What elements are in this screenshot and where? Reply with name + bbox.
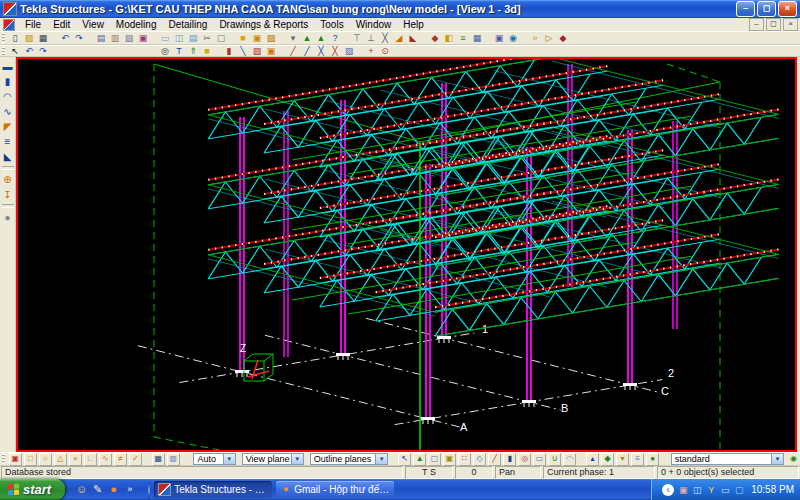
menu-tools[interactable]: Tools: [314, 18, 349, 31]
snap-any-icon[interactable]: ✓: [129, 453, 142, 466]
cut-icon[interactable]: ✂: [201, 32, 214, 44]
measure-icon[interactable]: ◢: [393, 32, 406, 44]
construction-plane-icon[interactable]: ▨: [251, 45, 264, 57]
organizer-icon[interactable]: ◆: [557, 32, 570, 44]
select-welds-icon[interactable]: ◎: [518, 453, 531, 466]
ruler-icon[interactable]: ▮: [223, 45, 236, 57]
material-icon[interactable]: ■: [201, 45, 214, 57]
select-comp-all-icon[interactable]: ≡: [631, 453, 644, 466]
select-comp-single-icon[interactable]: ●: [646, 453, 659, 466]
create-curved-beam-icon[interactable]: ◠: [1, 90, 14, 103]
snap-geometry-icon[interactable]: □: [24, 453, 37, 466]
grid-icon[interactable]: ▦: [471, 32, 484, 44]
context-help-icon[interactable]: ?: [329, 32, 342, 44]
component-catalog-icon[interactable]: ▣: [251, 32, 264, 44]
toolbar-grip[interactable]: [2, 47, 5, 55]
component-icon[interactable]: ■: [237, 32, 250, 44]
dropdown-arrow-icon[interactable]: ▾: [287, 32, 300, 44]
updates-icon[interactable]: ▢: [733, 484, 745, 496]
create-fence-icon[interactable]: ⊤: [351, 32, 364, 44]
display-icon[interactable]: ▭: [719, 484, 731, 496]
select-objects-icon[interactable]: ▣: [443, 453, 456, 466]
list-view-icon[interactable]: ▭: [159, 32, 172, 44]
child-close-button[interactable]: ×: [783, 18, 798, 31]
snap-mode-dropdown[interactable]: Auto ▾: [193, 453, 235, 465]
paint-icon[interactable]: ✎: [91, 483, 104, 496]
restore-button[interactable]: ◻: [757, 1, 776, 17]
point-axis-icon[interactable]: +: [365, 45, 378, 57]
menu-drawings-reports[interactable]: Drawings & Reports: [213, 18, 314, 31]
region-icon[interactable]: ▢: [215, 32, 228, 44]
select-comp-lower-icon[interactable]: ▾: [616, 453, 629, 466]
construction-line-icon[interactable]: ╲: [237, 45, 250, 57]
create-column-icon[interactable]: ▮: [1, 75, 14, 88]
toolbar-grip[interactable]: [2, 454, 5, 464]
phase-tree-icon[interactable]: ▲: [301, 32, 314, 44]
network-icon[interactable]: ◫: [691, 484, 703, 496]
menu-view[interactable]: View: [76, 18, 110, 31]
task-tekla[interactable]: Tekla Structures - G:\...: [154, 481, 272, 498]
close-button[interactable]: ×: [778, 1, 797, 17]
snap-midpoint-icon[interactable]: △: [54, 453, 67, 466]
fetch-icon[interactable]: ▣: [137, 32, 150, 44]
create-item-icon[interactable]: ●: [1, 211, 14, 224]
firefox-icon[interactable]: ●: [107, 483, 120, 496]
select-points-icon[interactable]: ∷: [458, 453, 471, 466]
tray-chevron-icon[interactable]: ‹: [662, 484, 674, 496]
point-parallel-icon[interactable]: ╱: [301, 45, 314, 57]
save-icon[interactable]: ▦: [37, 32, 50, 44]
layers-icon[interactable]: ◧: [443, 32, 456, 44]
flag-icon[interactable]: ◣: [407, 32, 420, 44]
select-components-icon[interactable]: ▢: [428, 453, 441, 466]
point-projection-icon[interactable]: ╳: [329, 45, 342, 57]
find-icon[interactable]: ◎: [159, 45, 172, 57]
select-comp-objects-icon[interactable]: ◆: [601, 453, 614, 466]
ortho-mode-icon[interactable]: ▦: [152, 453, 165, 466]
redo-view-icon[interactable]: ↷: [37, 45, 50, 57]
task-gmail[interactable]: ●Gmail - Hộp thư đến (...: [276, 481, 394, 498]
chevron-down-icon[interactable]: ▾: [291, 454, 303, 464]
snap-reference-icon[interactable]: ▣: [9, 453, 22, 466]
create-bolts-icon[interactable]: ⊕: [1, 173, 14, 186]
raise-icon[interactable]: ⇑: [187, 45, 200, 57]
snap-nearest-icon[interactable]: ○: [39, 453, 52, 466]
construction-point-icon[interactable]: ▣: [265, 45, 278, 57]
create-orthogonal-beam-icon[interactable]: ◤: [1, 120, 14, 133]
create-points-icon[interactable]: ╳: [379, 32, 392, 44]
point-bolt-icon[interactable]: ▨: [343, 45, 356, 57]
select-comp-default-icon[interactable]: ▴: [586, 453, 599, 466]
auto-connection-icon[interactable]: ◆: [429, 32, 442, 44]
select-phases-icon[interactable]: ◠: [563, 453, 576, 466]
publish-web-icon[interactable]: ◉: [507, 32, 520, 44]
menu-edit[interactable]: Edit: [47, 18, 76, 31]
create-twin-profile-icon[interactable]: ≡: [1, 135, 14, 148]
selection-filter-dropdown[interactable]: standard ▾: [671, 453, 784, 465]
create-beam-icon[interactable]: ▬: [1, 60, 14, 73]
fast-forward-icon[interactable]: »: [529, 32, 542, 44]
chevron-down-icon[interactable]: ▾: [223, 454, 235, 464]
tile-view-icon[interactable]: ◫: [173, 32, 186, 44]
open-icon[interactable]: ▨: [23, 32, 36, 44]
messenger-tray-icon[interactable]: Y: [705, 484, 717, 496]
quick-launch-overflow-icon[interactable]: »: [123, 483, 136, 496]
grid-snap-icon[interactable]: ▩: [167, 453, 180, 466]
create-polybeam-icon[interactable]: ∿: [1, 105, 14, 118]
menu-detailing[interactable]: Detailing: [162, 18, 213, 31]
select-assemblies-icon[interactable]: ∪: [548, 453, 561, 466]
chevron-down-icon[interactable]: ▾: [771, 454, 783, 464]
export-icon[interactable]: ▷: [543, 32, 556, 44]
select-all-icon[interactable]: ↖: [398, 453, 411, 466]
filter-icon[interactable]: ≡: [457, 32, 470, 44]
create-contour-plate-icon[interactable]: ◣: [1, 150, 14, 163]
new-icon[interactable]: ▯: [9, 32, 22, 44]
redo-icon[interactable]: ↷: [73, 32, 86, 44]
snap-free-icon[interactable]: ≠: [114, 453, 127, 466]
child-restore-button[interactable]: ◻: [766, 18, 781, 31]
select-grids-icon[interactable]: ◇: [473, 453, 486, 466]
snap-extension-icon[interactable]: ∿: [99, 453, 112, 466]
paste-properties-icon[interactable]: ▧: [123, 32, 136, 44]
create-weld-icon[interactable]: ↧: [1, 188, 14, 201]
reload-filter-icon[interactable]: ◉: [788, 454, 799, 465]
depth-dropdown[interactable]: Outline planes ▾: [310, 453, 389, 465]
work-plane-dropdown[interactable]: View plane ▾: [242, 453, 304, 465]
